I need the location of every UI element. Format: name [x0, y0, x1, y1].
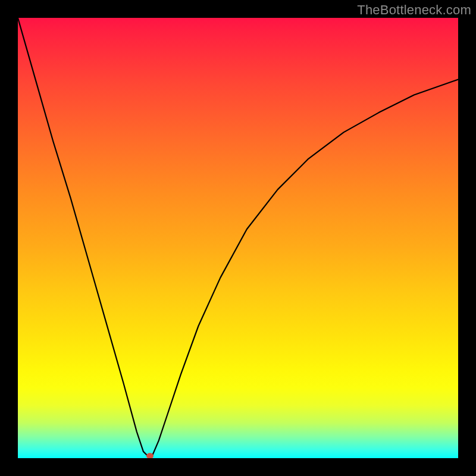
chart-frame: TheBottleneck.com: [0, 0, 476, 476]
plot-area: [18, 18, 458, 458]
bottleneck-curve: [18, 18, 458, 458]
watermark-label: TheBottleneck.com: [357, 2, 471, 18]
